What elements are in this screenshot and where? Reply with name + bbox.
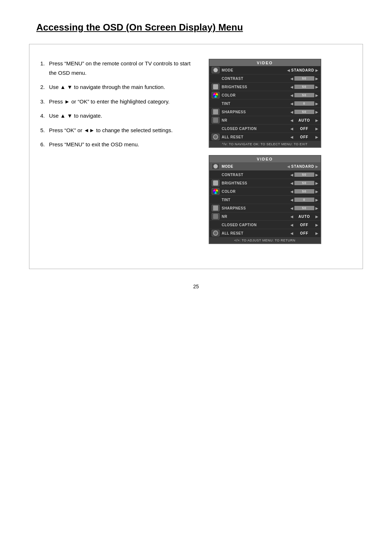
osd-row-contrast-2: CONTRAST ◀ 50 ▶ <box>209 171 320 179</box>
brightness-icon <box>212 84 220 90</box>
osd-row-nr: NR ◀ AUTO ▶ <box>209 116 320 125</box>
osd-row-mode-2: MODE ◀ STANDARD ▶ <box>209 162 320 171</box>
main-content: 1. Press “MENU” on the remote control or… <box>29 44 363 269</box>
osd-row-tint-2: TINT ◀ 0 ▶ <box>209 196 320 204</box>
osd-panel-2: VIDEO MODE ◀ STANDARD ▶ CONTRAST ◀ 50 ▶ <box>209 155 321 244</box>
osd-panels: VIDEO MODE ◀ STANDARD ▶ CONTRAST ◀ 50 ▶ <box>209 59 352 254</box>
list-item: 3. Press ► or “OK” to enter the highligh… <box>40 97 198 106</box>
page-number: 25 <box>193 284 199 289</box>
color-icon <box>212 92 220 98</box>
osd-row-closed-caption: CLOSED CAPTION ◀ OFF ▶ <box>209 125 320 133</box>
list-item: 6. Press “MENU” to exit the OSD menu. <box>40 140 198 149</box>
sharpness-icon-2 <box>212 205 220 211</box>
brightness-icon-2 <box>212 180 220 186</box>
reset-icon <box>212 134 220 140</box>
nr-icon <box>212 117 220 123</box>
color-icon-2 <box>212 188 220 195</box>
nr-icon-2 <box>212 213 220 220</box>
osd-title-2: VIDEO <box>209 156 320 162</box>
list-item: 4. Use ▲ ▼ to navigate. <box>40 111 198 121</box>
osd-row-mode: MODE ◀ STANDARD ▶ <box>209 66 320 74</box>
osd-footer-1: ^/v: TO NAVIGATE OK: TO SELECT MENU: TO … <box>209 141 320 147</box>
mode-icon-2 <box>212 163 220 170</box>
osd-row-tint: TINT ◀ 0 ▶ <box>209 99 320 108</box>
osd-row-color-2: COLOR ◀ 50 ▶ <box>209 187 320 196</box>
page-title: Accessing the OSD (On Screen Display) Me… <box>36 22 243 33</box>
osd-title-1: VIDEO <box>209 60 320 66</box>
osd-rows-1: MODE ◀ STANDARD ▶ CONTRAST ◀ 50 ▶ BRIGHT… <box>209 66 320 141</box>
osd-row-color: COLOR ◀ 50 ▶ <box>209 91 320 99</box>
osd-footer-2: </>: TO ADJUST MENU: TO RETURN <box>209 237 320 243</box>
list-item: 1. Press “MENU” on the remote control or… <box>40 59 198 77</box>
list-item: 5. Press “OK” or ◄► to change the select… <box>40 126 198 135</box>
osd-row-brightness: BRIGHTNESS ◀ 50 ▶ <box>209 83 320 91</box>
list-item: 2. Use ▲ ▼ to navigate through the main … <box>40 82 198 92</box>
osd-row-nr-2: NR ◀ AUTO ▶ <box>209 212 320 221</box>
osd-panel-1: VIDEO MODE ◀ STANDARD ▶ CONTRAST ◀ 50 ▶ <box>209 59 321 148</box>
osd-row-brightness-2: BRIGHTNESS ◀ 50 ▶ <box>209 179 320 187</box>
sharpness-icon <box>212 109 220 115</box>
osd-row-all-reset-2: ALL RESET ◀ OFF ▶ <box>209 229 320 237</box>
mode-icon <box>212 67 220 73</box>
osd-row-sharpness-2: SHARPNESS ◀ 50 ▶ <box>209 204 320 212</box>
osd-row-sharpness: SHARPNESS ◀ 50 ▶ <box>209 108 320 116</box>
steps-list: 1. Press “MENU” on the remote control or… <box>40 59 198 149</box>
osd-row-closed-caption-2: CLOSED CAPTION ◀ OFF ▶ <box>209 221 320 229</box>
instructions-section: 1. Press “MENU” on the remote control or… <box>40 59 198 254</box>
reset-icon-2 <box>212 230 220 236</box>
osd-row-all-reset: ALL RESET ◀ OFF ▶ <box>209 133 320 141</box>
osd-row-contrast: CONTRAST ◀ 50 ▶ <box>209 74 320 83</box>
osd-rows-2: MODE ◀ STANDARD ▶ CONTRAST ◀ 50 ▶ BRIGHT… <box>209 162 320 237</box>
